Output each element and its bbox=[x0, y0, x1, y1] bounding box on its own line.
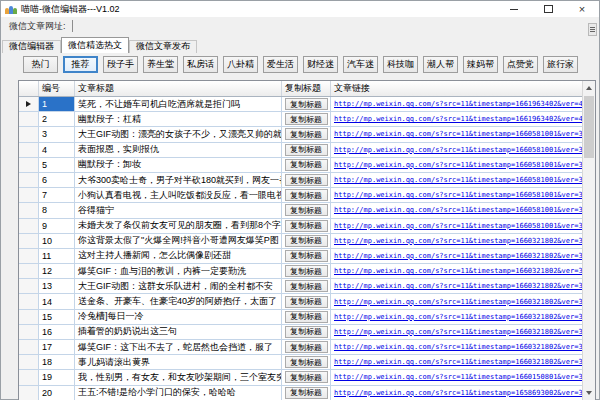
row-number-cell[interactable]: 16 bbox=[39, 325, 75, 339]
article-title-cell[interactable]: 表面报恩，实则报仇 bbox=[75, 143, 282, 157]
row-number-cell[interactable]: 1 bbox=[39, 97, 75, 111]
row-header-cell[interactable] bbox=[19, 188, 39, 202]
row-number-cell[interactable]: 18 bbox=[39, 355, 75, 369]
article-link[interactable]: http://mp.weixin.qq.com/s?src=11&timesta… bbox=[331, 173, 595, 187]
article-title-cell[interactable]: 大王GIF动图：漂亮的女孩子不少，又漂亮又帅的就很难... bbox=[75, 127, 282, 141]
row-number-cell[interactable]: 13 bbox=[39, 279, 75, 293]
column-header-link[interactable]: 文章链接 bbox=[331, 81, 595, 96]
row-header-cell[interactable] bbox=[19, 370, 39, 384]
row-header-cell[interactable] bbox=[19, 340, 39, 354]
copy-title-button[interactable]: 复制标题 bbox=[285, 220, 328, 232]
article-title-cell[interactable]: 大爷300卖哈士奇，男子对半砍180就买到，网友一番话... bbox=[75, 173, 282, 187]
category-button[interactable]: 汽车迷 bbox=[343, 56, 378, 73]
article-url-input[interactable] bbox=[72, 20, 74, 32]
vertical-scrollbar[interactable] bbox=[582, 81, 595, 400]
row-header-cell[interactable] bbox=[19, 203, 39, 217]
copy-title-button[interactable]: 复制标题 bbox=[285, 356, 328, 368]
category-button[interactable]: 科技咖 bbox=[383, 56, 418, 73]
row-header-cell[interactable] bbox=[19, 355, 39, 369]
article-link[interactable]: http://mp.weixin.qq.com/s?src=11&timesta… bbox=[331, 112, 595, 126]
article-title-cell[interactable]: 插着管的奶奶说出这三句 bbox=[75, 325, 282, 339]
row-header-cell[interactable] bbox=[19, 249, 39, 263]
row-number-cell[interactable]: 3 bbox=[39, 127, 75, 141]
article-link[interactable]: http://mp.weixin.qq.com/s?src=11&timesta… bbox=[331, 386, 595, 400]
article-title-cell[interactable]: 笑死，不让婚车司机白吃酒席就是拒门吗 bbox=[75, 97, 282, 111]
article-link[interactable]: http://mp.weixin.qq.com/s?src=11&timesta… bbox=[331, 219, 595, 233]
article-title-cell[interactable]: 事儿妈请滚出黄界 bbox=[75, 355, 282, 369]
row-header-cell[interactable] bbox=[19, 127, 39, 141]
article-link[interactable]: http://mp.weixin.qq.com/s?src=11&timesta… bbox=[331, 249, 595, 263]
row-header-cell[interactable] bbox=[19, 143, 39, 157]
copy-title-button[interactable]: 复制标题 bbox=[285, 159, 328, 171]
copy-title-button[interactable]: 复制标题 bbox=[285, 296, 328, 308]
article-link[interactable]: http://mp.weixin.qq.com/s?src=11&timesta… bbox=[331, 355, 595, 369]
article-title-cell[interactable]: 冷兔槽]每日一冷 bbox=[75, 310, 282, 324]
row-header-cell[interactable] bbox=[19, 310, 39, 324]
copy-title-button[interactable]: 复制标题 bbox=[285, 371, 328, 383]
category-button[interactable]: 热门 bbox=[23, 56, 58, 73]
article-title-cell[interactable]: 小狗认真看电视，主人叫吃饭都没反应，看一眼电视的... bbox=[75, 188, 282, 202]
minimize-button[interactable] bbox=[497, 1, 531, 17]
article-link[interactable]: http://mp.weixin.qq.com/s?src=11&timesta… bbox=[331, 370, 595, 384]
row-number-cell[interactable]: 6 bbox=[39, 173, 75, 187]
copy-title-button[interactable]: 复制标题 bbox=[285, 387, 328, 399]
article-title-cell[interactable]: 未婚夫发了条仅前女友可见的朋友圈，看到那8个字后，... bbox=[75, 219, 282, 233]
tab[interactable]: 微信精选热文 bbox=[61, 37, 129, 53]
category-button[interactable]: 八卦精 bbox=[223, 56, 258, 73]
copy-title-button[interactable]: 复制标题 bbox=[285, 326, 328, 338]
copy-title-button[interactable]: 复制标题 bbox=[285, 189, 328, 201]
article-link[interactable]: http://mp.weixin.qq.com/s?src=11&timesta… bbox=[331, 340, 595, 354]
article-title-cell[interactable]: 爆笑GIF：这下出不去了，蛇居然也会挡道，服了 bbox=[75, 340, 282, 354]
scroll-up-button[interactable] bbox=[583, 81, 595, 95]
row-number-cell[interactable]: 11 bbox=[39, 249, 75, 263]
article-link[interactable]: http://mp.weixin.qq.com/s?src=11&timesta… bbox=[331, 143, 595, 157]
copy-title-button[interactable]: 复制标题 bbox=[285, 235, 328, 247]
column-header-number[interactable]: 编号 bbox=[39, 81, 75, 96]
copy-title-button[interactable]: 复制标题 bbox=[285, 280, 328, 292]
toolbar-overflow-button[interactable] bbox=[588, 23, 597, 36]
article-title-cell[interactable]: 幽默段子：杠精 bbox=[75, 112, 282, 126]
article-title-cell[interactable]: 谷得猫宁 bbox=[75, 203, 282, 217]
copy-title-button[interactable]: 复制标题 bbox=[285, 113, 328, 125]
row-header-cell[interactable] bbox=[19, 219, 39, 233]
row-number-cell[interactable]: 12 bbox=[39, 264, 75, 278]
row-number-cell[interactable]: 4 bbox=[39, 143, 75, 157]
category-button[interactable]: 点赞党 bbox=[503, 56, 538, 73]
category-button[interactable]: 私房话 bbox=[183, 56, 218, 73]
row-number-cell[interactable]: 8 bbox=[39, 203, 75, 217]
article-title-cell[interactable]: 这对主持人播新闻，怎么比偶像剧还甜 bbox=[75, 249, 282, 263]
article-link[interactable]: http://mp.weixin.qq.com/s?src=11&timesta… bbox=[331, 310, 595, 324]
article-title-cell[interactable]: 王五:不错!是给小学门口的保安，哈哈哈 bbox=[75, 386, 282, 400]
tab[interactable]: 微信文章发布 bbox=[129, 40, 197, 53]
row-number-cell[interactable]: 19 bbox=[39, 370, 75, 384]
article-title-cell[interactable]: 大王GIF动图：这群女乐队进村，闹的全村都不安 bbox=[75, 279, 282, 293]
article-link[interactable]: http://mp.weixin.qq.com/s?src=11&timesta… bbox=[331, 127, 595, 141]
row-header-cell[interactable] bbox=[19, 97, 39, 111]
row-number-cell[interactable]: 15 bbox=[39, 310, 75, 324]
copy-title-button[interactable]: 复制标题 bbox=[285, 250, 328, 262]
column-header-title[interactable]: 文章标题 bbox=[75, 81, 282, 96]
article-link[interactable]: http://mp.weixin.qq.com/s?src=11&timesta… bbox=[331, 188, 595, 202]
scroll-down-button[interactable] bbox=[583, 386, 595, 400]
copy-title-button[interactable]: 复制标题 bbox=[285, 204, 328, 216]
article-link[interactable]: http://mp.weixin.qq.com/s?src=11&timesta… bbox=[331, 203, 595, 217]
article-link[interactable]: http://mp.weixin.qq.com/s?src=11&timesta… bbox=[331, 325, 595, 339]
article-title-cell[interactable]: 你这背景太假了"火爆全网!抖音小哥遭网友爆笑P图，1... bbox=[75, 234, 282, 248]
row-header-cell[interactable] bbox=[19, 173, 39, 187]
article-link[interactable]: http://mp.weixin.qq.com/s?src=11&timesta… bbox=[331, 294, 595, 308]
copy-title-button[interactable]: 复制标题 bbox=[285, 341, 328, 353]
column-header-copy[interactable]: 复制标题 bbox=[282, 81, 331, 96]
row-number-cell[interactable]: 17 bbox=[39, 340, 75, 354]
copy-title-button[interactable]: 复制标题 bbox=[285, 265, 328, 277]
row-header-cell[interactable] bbox=[19, 158, 39, 172]
copy-title-button[interactable]: 复制标题 bbox=[285, 174, 328, 186]
article-title-cell[interactable]: 我，性别男，有女友，和女友吵架期间，三个室友突然... bbox=[75, 370, 282, 384]
row-header-cell[interactable] bbox=[19, 386, 39, 400]
article-title-cell[interactable]: 爆笑GIF：血与泪的教训，内裤一定要勤洗 bbox=[75, 264, 282, 278]
category-button[interactable]: 辣妈帮 bbox=[463, 56, 498, 73]
row-number-cell[interactable]: 14 bbox=[39, 294, 75, 308]
article-link[interactable]: http://mp.weixin.qq.com/s?src=11&timesta… bbox=[331, 279, 595, 293]
category-button[interactable]: 财经迷 bbox=[303, 56, 338, 73]
row-header-cell[interactable] bbox=[19, 294, 39, 308]
row-number-cell[interactable]: 2 bbox=[39, 112, 75, 126]
